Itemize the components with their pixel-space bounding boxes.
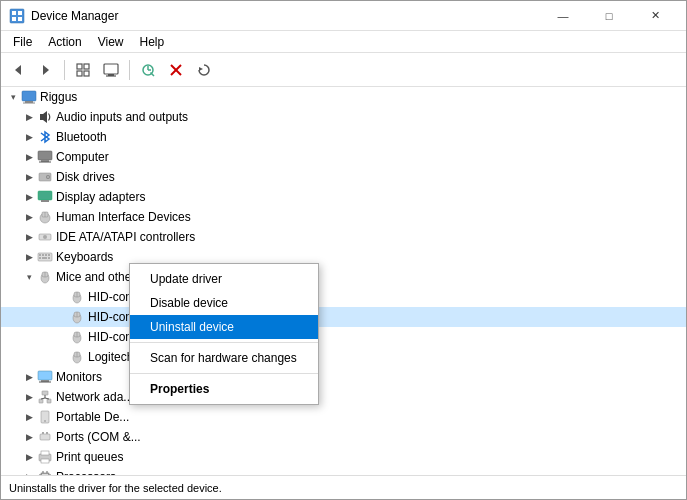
tree-item-hid[interactable]: ▶ Human Interface Devices bbox=[1, 207, 686, 227]
remove-button[interactable] bbox=[163, 57, 189, 83]
icon-riggus bbox=[21, 89, 37, 105]
icon-network bbox=[37, 389, 53, 405]
icon-ide bbox=[37, 229, 53, 245]
expand-icon-mice: ▾ bbox=[21, 272, 37, 282]
device-manager-window: Device Manager — □ ✕ File Action View He… bbox=[0, 0, 687, 500]
svg-rect-1 bbox=[12, 11, 16, 15]
label-print: Print queues bbox=[56, 450, 123, 464]
svg-rect-10 bbox=[84, 71, 89, 76]
svg-rect-73 bbox=[42, 432, 44, 434]
svg-rect-11 bbox=[104, 64, 118, 74]
tree-item-bluetooth[interactable]: ▶ Bluetooth bbox=[1, 127, 686, 147]
tree-item-print[interactable]: ▶ Print queues bbox=[1, 447, 686, 467]
menu-view[interactable]: View bbox=[90, 33, 132, 51]
icon-hid-com2 bbox=[69, 329, 85, 345]
main-content: ▾ Riggus ▶ Audio inputs and outputs ▶ bbox=[1, 87, 686, 475]
ctx-scan-hardware[interactable]: Scan for hardware changes bbox=[130, 346, 318, 370]
tree-item-mice[interactable]: ▾ Mice and other pointing devices bbox=[1, 267, 686, 287]
context-menu: Update driver Disable device Uninstall d… bbox=[129, 263, 319, 405]
svg-line-69 bbox=[45, 398, 49, 399]
tree-item-display[interactable]: ▶ Display adapters bbox=[1, 187, 686, 207]
expand-icon-hid: ▶ bbox=[21, 212, 37, 222]
forward-button[interactable] bbox=[33, 57, 59, 83]
ctx-properties[interactable]: Properties bbox=[130, 377, 318, 401]
label-keyboards: Keyboards bbox=[56, 250, 113, 264]
svg-rect-61 bbox=[38, 371, 52, 380]
icon-computer bbox=[37, 149, 53, 165]
icon-keyboards bbox=[37, 249, 53, 265]
tree-item-disk[interactable]: ▶ Disk drives bbox=[1, 167, 686, 187]
tree-item-hid-mouse[interactable]: HID-compliant mouse bbox=[1, 287, 686, 307]
ctx-update-driver[interactable]: Update driver bbox=[130, 267, 318, 291]
tree-item-computer[interactable]: ▶ Computer bbox=[1, 147, 686, 167]
icon-ports bbox=[37, 429, 53, 445]
tree-item-ide[interactable]: ▶ IDE ATA/ATAPI controllers bbox=[1, 227, 686, 247]
tree-item-network[interactable]: ▶ Network ada... bbox=[1, 387, 686, 407]
refresh-button[interactable] bbox=[191, 57, 217, 83]
label-hid: Human Interface Devices bbox=[56, 210, 191, 224]
expand-icon-ide: ▶ bbox=[21, 232, 37, 242]
window-title: Device Manager bbox=[31, 9, 540, 23]
maximize-button[interactable]: □ bbox=[586, 1, 632, 31]
expand-icon-network: ▶ bbox=[21, 392, 37, 402]
tree-item-ports[interactable]: ▶ Ports (COM &... bbox=[1, 427, 686, 447]
menu-bar: File Action View Help bbox=[1, 31, 686, 53]
icon-hid-mouse bbox=[69, 289, 85, 305]
back-button[interactable] bbox=[5, 57, 31, 83]
svg-rect-66 bbox=[47, 399, 51, 403]
tree-item-hid-com1[interactable]: HID-com... bbox=[1, 307, 686, 327]
svg-rect-31 bbox=[38, 191, 52, 200]
svg-rect-8 bbox=[84, 64, 89, 69]
title-bar: Device Manager — □ ✕ bbox=[1, 1, 686, 31]
icon-hid bbox=[37, 209, 53, 225]
monitor-button[interactable] bbox=[98, 57, 124, 83]
toolbar bbox=[1, 53, 686, 87]
svg-rect-76 bbox=[41, 451, 49, 455]
close-button[interactable]: ✕ bbox=[632, 1, 678, 31]
expand-icon-bluetooth: ▶ bbox=[21, 132, 37, 142]
view-button[interactable] bbox=[70, 57, 96, 83]
svg-rect-72 bbox=[40, 434, 50, 440]
tree-item-portable[interactable]: ▶ Portable De... bbox=[1, 407, 686, 427]
icon-audio bbox=[37, 109, 53, 125]
label-display: Display adapters bbox=[56, 190, 145, 204]
svg-rect-40 bbox=[42, 254, 44, 256]
icon-display bbox=[37, 189, 53, 205]
svg-marker-6 bbox=[43, 65, 49, 75]
status-text: Uninstalls the driver for the selected d… bbox=[9, 482, 222, 494]
menu-help[interactable]: Help bbox=[132, 33, 173, 51]
svg-rect-25 bbox=[38, 151, 52, 160]
icon-disk bbox=[37, 169, 53, 185]
menu-file[interactable]: File bbox=[5, 33, 40, 51]
svg-rect-74 bbox=[46, 432, 48, 434]
tree-item-riggus[interactable]: ▾ Riggus bbox=[1, 87, 686, 107]
label-audio: Audio inputs and outputs bbox=[56, 110, 188, 124]
svg-rect-2 bbox=[18, 11, 22, 15]
menu-action[interactable]: Action bbox=[40, 33, 89, 51]
minimize-button[interactable]: — bbox=[540, 1, 586, 31]
expand-icon-ports: ▶ bbox=[21, 432, 37, 442]
device-tree[interactable]: ▾ Riggus ▶ Audio inputs and outputs ▶ bbox=[1, 87, 686, 475]
ctx-uninstall-device[interactable]: Uninstall device bbox=[130, 315, 318, 339]
label-monitors: Monitors bbox=[56, 370, 102, 384]
svg-point-30 bbox=[47, 176, 49, 178]
svg-rect-43 bbox=[39, 257, 41, 259]
ctx-disable-device[interactable]: Disable device bbox=[130, 291, 318, 315]
svg-rect-7 bbox=[77, 64, 82, 69]
expand-icon-print: ▶ bbox=[21, 452, 37, 462]
tree-item-audio[interactable]: ▶ Audio inputs and outputs bbox=[1, 107, 686, 127]
icon-hid-com1 bbox=[69, 309, 85, 325]
tree-item-processors[interactable]: ▶ Processors bbox=[1, 467, 686, 475]
window-controls: — □ ✕ bbox=[540, 1, 678, 31]
label-network: Network ada... bbox=[56, 390, 133, 404]
tree-item-logitech[interactable]: Logitech... bbox=[1, 347, 686, 367]
scan-button[interactable] bbox=[135, 57, 161, 83]
tree-item-monitors[interactable]: ▶ Monitors bbox=[1, 367, 686, 387]
icon-print bbox=[37, 449, 53, 465]
tree-item-keyboards[interactable]: ▶ Keyboards bbox=[1, 247, 686, 267]
svg-rect-79 bbox=[42, 474, 48, 475]
expand-icon-computer: ▶ bbox=[21, 152, 37, 162]
svg-rect-9 bbox=[77, 71, 82, 76]
tree-item-hid-com2[interactable]: HID-com... bbox=[1, 327, 686, 347]
icon-bluetooth bbox=[37, 129, 53, 145]
